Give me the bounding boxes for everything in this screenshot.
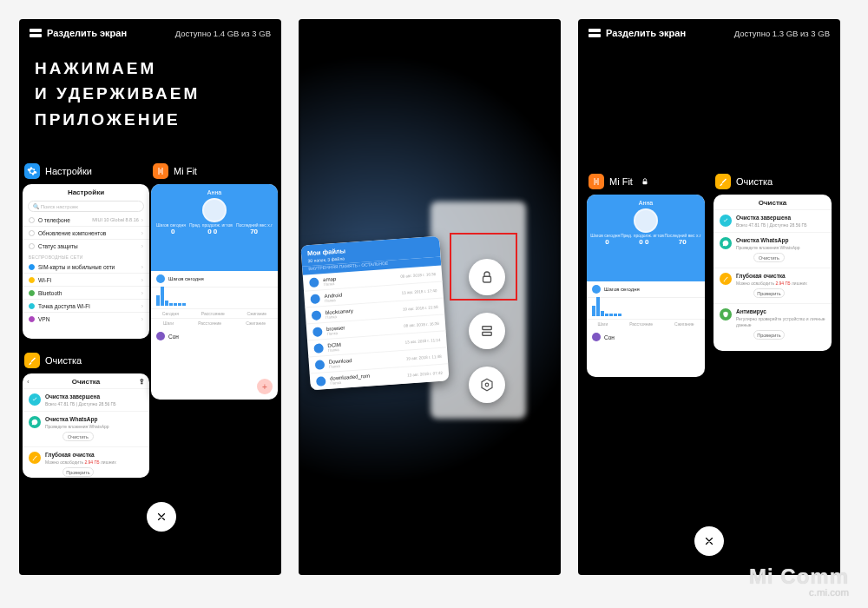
clear-all-button[interactable]: [147, 502, 176, 532]
app-card-header-cleaner[interactable]: Очистка: [23, 351, 149, 373]
cleaner-items-1: Очистка завершенаВсего 47.81 ГБ | Доступ…: [23, 388, 149, 478]
memory-status: Доступно 1.3 GB из 3 GB: [734, 29, 830, 38]
brush-icon: [715, 174, 731, 189]
app-card-header-settings[interactable]: Настройки: [23, 162, 149, 184]
steps-bar-chart: [151, 287, 278, 308]
mifit-preview-card-3[interactable]: Анна Шагов сегодня Пред. продолж. игтов …: [587, 195, 705, 377]
avatar: [202, 198, 227, 222]
split-screen-icon: [589, 29, 601, 37]
sleep-icon: [156, 332, 165, 340]
screenshot-2-longpress-menu: Мои файлы30 папок, 3 файла ВНУТРЕННЯЯ ПА…: [299, 19, 561, 575]
files-rows: amapПапка08 авг. 2018 г. 16:36AndroidПап…: [303, 266, 450, 391]
instruction-headline: НАЖИМАЕМ И УДЕРЖИВАЕМ ПРИЛОЖЕНИЕ: [19, 49, 281, 162]
svg-rect-2: [483, 333, 492, 336]
svg-point-3: [485, 383, 489, 387]
cleaner-preview-card-3[interactable]: Очистка Очистка завершенаВсего 47.81 ГБ …: [713, 195, 832, 351]
screenshot-1-recents: Разделить экран Доступно 1.4 GB из 3 GB …: [19, 19, 281, 575]
cleaner-preview-card-1[interactable]: ‹Очистка⇪ Очистка завершенаВсего 47.81 Г…: [23, 373, 149, 478]
settings-rows: О телефонеMIUI 10 Global 8.8.16›Обновлен…: [23, 214, 149, 252]
settings-icon: [24, 163, 40, 179]
recents-topbar: Разделить экран Доступно 1.4 GB из 3 GB: [19, 19, 281, 49]
split-screen-button[interactable]: Разделить экран: [47, 28, 127, 38]
cleaner-items-3: Очистка завершенаВсего 47.81 ГБ | Доступ…: [713, 209, 832, 345]
mifit-icon: [589, 174, 604, 189]
watermark: Mi Comm c.mi.com: [749, 566, 849, 598]
back-icon: ‹: [27, 378, 30, 386]
brush-icon: [24, 353, 40, 368]
mifit-preview-card-1[interactable]: Анна Шагов сегодня Пред. продолж. игтов …: [151, 184, 278, 400]
memory-status: Доступно 1.4 GB из 3 GB: [175, 29, 271, 38]
split-screen-button[interactable]: Разделить экран: [606, 28, 686, 38]
app-card-header-mifit-locked[interactable]: Mi Fit: [587, 172, 705, 195]
svg-rect-4: [642, 182, 647, 185]
action-info-button[interactable]: [469, 367, 505, 403]
settings-search: 🔍 Поиск настроек: [28, 201, 144, 212]
share-icon: ⇪: [139, 378, 145, 384]
app-card-header-cleaner[interactable]: Очистка: [713, 172, 832, 195]
mifit-icon: [153, 163, 168, 179]
action-split-button[interactable]: [469, 313, 505, 349]
clear-all-button[interactable]: [694, 526, 724, 556]
split-screen-icon: [30, 29, 42, 37]
screenshot-3-recents-locked: Разделить экран Доступно 1.3 GB из 3 GB …: [578, 19, 840, 575]
recents-topbar: Разделить экран Доступно 1.3 GB из 3 GB: [578, 19, 840, 49]
lock-icon: [641, 177, 649, 186]
mifit-fab[interactable]: +: [257, 379, 273, 394]
files-preview-card[interactable]: Мои файлы30 папок, 3 файла ВНУТРЕННЯЯ ПА…: [300, 236, 449, 391]
avatar: [634, 208, 658, 233]
highlight-box: [450, 233, 517, 301]
settings-rows2: SIM-карты и мобильные сети›Wi-Fi›Bluetoo…: [23, 261, 149, 325]
svg-rect-1: [483, 327, 492, 330]
steps-icon: [156, 274, 165, 283]
settings-preview-card[interactable]: Настройки 🔍 Поиск настроек О телефонеMIU…: [23, 184, 149, 339]
app-card-header-mifit[interactable]: Mi Fit: [151, 162, 278, 184]
